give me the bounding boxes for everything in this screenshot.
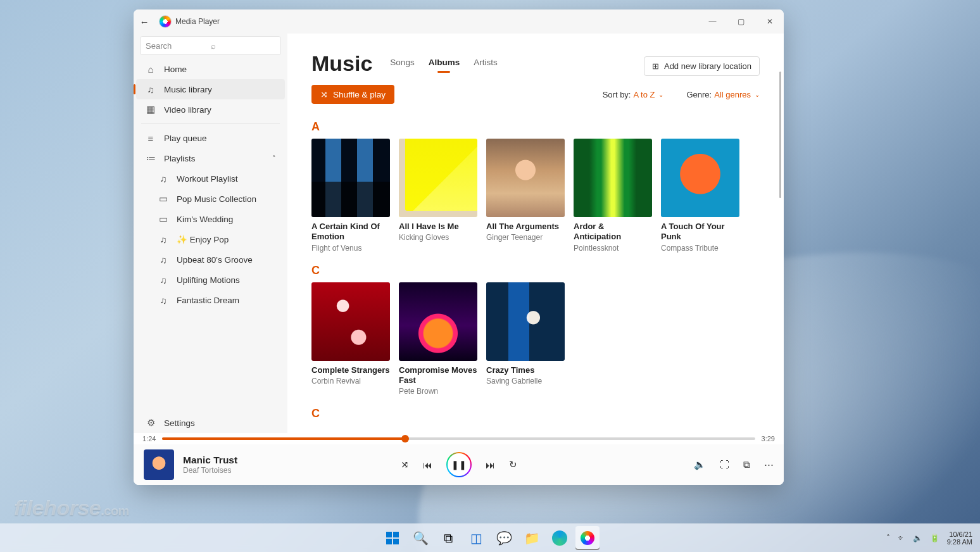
gift-icon: ▭ bbox=[158, 213, 169, 225]
shuffle-play-button[interactable]: ⤨ Shuffle & play bbox=[311, 85, 394, 104]
file-explorer-icon[interactable]: 📁 bbox=[520, 526, 544, 550]
playlist-item[interactable]: ♫Uplifting Motions bbox=[136, 270, 285, 290]
playlist-icon: ≔ bbox=[145, 153, 156, 164]
section-letter[interactable]: C bbox=[311, 407, 760, 420]
album-artist: Kicking Gloves bbox=[399, 233, 477, 242]
queue-icon: ≡ bbox=[145, 133, 156, 144]
section-letter[interactable]: C bbox=[311, 264, 760, 277]
album-card[interactable]: Crazy TimesSaving Gabrielle bbox=[486, 282, 565, 396]
tab-albums[interactable]: Albums bbox=[429, 58, 460, 71]
tray-date: 10/6/21 bbox=[947, 530, 972, 538]
more-options-button[interactable]: ⋯ bbox=[764, 459, 774, 470]
taskbar: 🔍 ⧉ ◫ 💬 📁 ˄ ᯤ 🔈 🔋 10/6/21 9:28 AM bbox=[0, 524, 980, 552]
edge-icon[interactable] bbox=[552, 530, 567, 546]
widgets-icon[interactable]: ◫ bbox=[464, 526, 488, 550]
app-title: Media Player bbox=[175, 17, 220, 26]
progress-bar[interactable]: 1:24 3:29 bbox=[134, 433, 784, 444]
album-card[interactable]: A Certain Kind Of EmotionFlight of Venus bbox=[311, 139, 390, 253]
album-card[interactable]: A Touch Of Your PunkCompass Tribute bbox=[661, 139, 739, 253]
progress-track[interactable] bbox=[162, 437, 755, 440]
volume-tray-icon[interactable]: 🔈 bbox=[913, 534, 922, 543]
album-art bbox=[311, 139, 390, 217]
repeat-button[interactable]: ↻ bbox=[509, 459, 517, 470]
album-title: All The Arguments bbox=[486, 222, 565, 232]
maximize-button[interactable]: ▢ bbox=[727, 9, 755, 34]
play-pause-button[interactable]: ❚❚ bbox=[446, 452, 472, 477]
tab-artists[interactable]: Artists bbox=[474, 58, 498, 71]
playlist-item[interactable]: ♫Upbeat 80's Groove bbox=[136, 249, 285, 270]
album-title: A Certain Kind Of Emotion bbox=[311, 222, 390, 242]
playlist-item[interactable]: ♫Fantastic Dream bbox=[136, 290, 285, 310]
back-button[interactable]: ← bbox=[134, 16, 155, 27]
album-card[interactable]: All I Have Is MeKicking Gloves bbox=[399, 139, 477, 253]
sidebar-item-playlists[interactable]: ≔ Playlists ˄ bbox=[136, 148, 285, 168]
playlist-item[interactable]: ♫Workout Playlist bbox=[136, 168, 285, 189]
sidebar-item-music-library[interactable]: ♫ Music library bbox=[136, 79, 285, 99]
volume-button[interactable]: 🔈 bbox=[694, 459, 706, 470]
gear-icon: ⚙ bbox=[145, 417, 156, 429]
search-icon: ⌕ bbox=[211, 41, 276, 51]
app-logo-icon bbox=[159, 15, 172, 28]
chat-icon[interactable]: 💬 bbox=[492, 526, 516, 550]
previous-button[interactable]: ⏮ bbox=[423, 460, 432, 470]
add-library-location-button[interactable]: ⊞ Add new library location bbox=[644, 56, 760, 76]
sort-by-dropdown[interactable]: Sort by: A to Z ⌄ bbox=[603, 90, 664, 99]
playlist-item[interactable]: ♫✨ Enjoy Pop bbox=[136, 229, 285, 249]
album-art bbox=[574, 139, 652, 217]
minimize-button[interactable]: — bbox=[698, 9, 727, 34]
music-note-icon: ♫ bbox=[145, 84, 156, 95]
sidebar-item-label: Play queue bbox=[164, 134, 207, 143]
playlist-label: Kim's Wedding bbox=[177, 215, 233, 224]
sidebar-item-label: Video library bbox=[164, 105, 211, 115]
album-title: A Touch Of Your Punk bbox=[661, 222, 739, 242]
media-player-taskbar-icon[interactable] bbox=[575, 526, 600, 550]
now-playing-art[interactable] bbox=[144, 449, 174, 480]
music-note-icon: ♫ bbox=[158, 295, 169, 306]
sidebar-item-settings[interactable]: ⚙ Settings bbox=[136, 413, 285, 433]
playlist-label: Uplifting Motions bbox=[177, 275, 240, 285]
music-note-icon: ♫ bbox=[158, 173, 169, 184]
album-art bbox=[661, 139, 739, 217]
wifi-icon[interactable]: ᯤ bbox=[898, 534, 905, 543]
shuffle-toggle[interactable]: ⤨ bbox=[401, 459, 409, 470]
album-art bbox=[311, 282, 390, 361]
close-button[interactable]: ✕ bbox=[755, 9, 784, 34]
dropdown-value: All genres bbox=[714, 90, 751, 99]
playlist-item[interactable]: ▭Kim's Wedding bbox=[136, 209, 285, 229]
search-input[interactable]: Search ⌕ bbox=[140, 36, 281, 55]
section-letter[interactable]: A bbox=[311, 120, 760, 134]
album-title: All I Have Is Me bbox=[399, 222, 477, 232]
watermark-brand: filehorse bbox=[14, 496, 101, 520]
fullscreen-button[interactable]: ⛶ bbox=[720, 459, 729, 470]
playlist-item[interactable]: ▭Pop Music Collection bbox=[136, 189, 285, 209]
tab-songs[interactable]: Songs bbox=[390, 58, 414, 71]
album-art bbox=[486, 139, 565, 217]
task-view-icon[interactable]: ⧉ bbox=[436, 526, 460, 550]
album-title: Crazy Times bbox=[486, 365, 565, 375]
content-area: Music Songs Albums Artists ⊞ Add new lib… bbox=[287, 34, 784, 433]
titlebar: ← Media Player — ▢ ✕ bbox=[134, 9, 784, 34]
taskbar-search-icon[interactable]: 🔍 bbox=[408, 526, 432, 550]
genre-dropdown[interactable]: Genre: All genres ⌄ bbox=[686, 90, 760, 99]
start-button[interactable] bbox=[380, 526, 405, 550]
album-card[interactable]: Compromise Moves FastPete Brown bbox=[399, 282, 477, 396]
playlist-label: ✨ Enjoy Pop bbox=[177, 234, 229, 244]
tray-chevron-icon[interactable]: ˄ bbox=[886, 534, 890, 543]
album-card[interactable]: All The ArgumentsGinger Teenager bbox=[486, 139, 565, 253]
mini-player-button[interactable]: ⧉ bbox=[743, 459, 750, 470]
battery-icon[interactable]: 🔋 bbox=[930, 534, 939, 543]
button-label: Add new library location bbox=[664, 61, 751, 71]
sidebar-item-video-library[interactable]: ▦ Video library bbox=[136, 99, 285, 120]
chevron-up-icon: ˄ bbox=[272, 154, 276, 163]
album-card[interactable]: Complete StrangersCorbin Revival bbox=[311, 282, 390, 396]
system-tray[interactable]: ˄ ᯤ 🔈 🔋 10/6/21 9:28 AM bbox=[886, 530, 980, 546]
next-button[interactable]: ⏭ bbox=[486, 460, 495, 470]
album-card[interactable]: Ardor & AnticipationPointlessknot bbox=[574, 139, 652, 253]
clock[interactable]: 10/6/21 9:28 AM bbox=[947, 530, 972, 546]
scrollbar[interactable] bbox=[778, 72, 782, 427]
chevron-down-icon: ⌄ bbox=[658, 91, 663, 98]
sidebar-item-home[interactable]: ⌂ Home bbox=[136, 59, 285, 79]
sidebar-item-play-queue[interactable]: ≡ Play queue bbox=[136, 128, 285, 148]
playlist-label: Pop Music Collection bbox=[177, 194, 256, 204]
album-title: Compromise Moves Fast bbox=[399, 365, 477, 386]
